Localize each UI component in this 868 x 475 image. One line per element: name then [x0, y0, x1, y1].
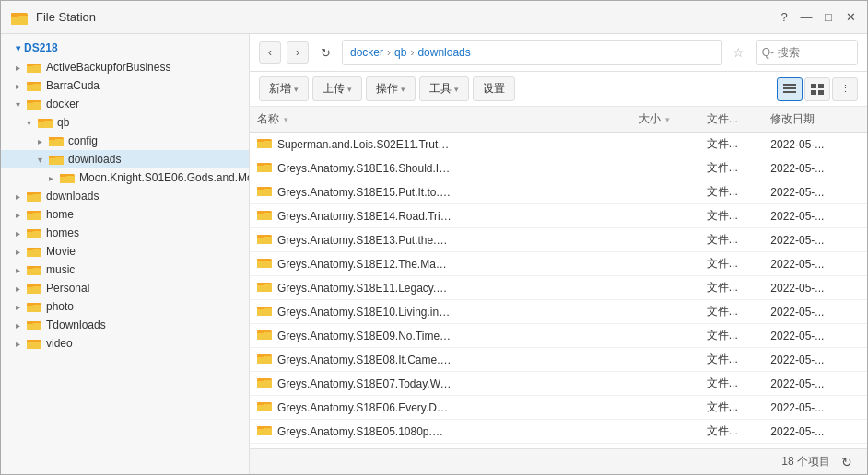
sidebar-root-ds218[interactable]: DS218 [1, 38, 249, 58]
path-downloads[interactable]: downloads [417, 46, 470, 59]
table-row[interactable]: Greys.Anatomy.S18E12.The.Makings.of.You.… [250, 252, 867, 276]
action-label: 操作 [376, 81, 398, 97]
table-row[interactable]: Greys.Anatomy.S18E16.Should.I.Stay.or.Sh… [250, 156, 867, 180]
file-name-cell: Greys.Anatomy.S18E13.Put.the.Squeeze.on.… [250, 228, 460, 251]
sort-arrow-size: ▾ [665, 115, 670, 124]
list-view-button[interactable] [777, 77, 803, 101]
svg-rect-40 [27, 286, 41, 294]
refresh-button[interactable]: ↻ [314, 41, 336, 64]
file-type-cell: 文件... [699, 228, 764, 252]
sidebar-label: downloads [46, 190, 99, 203]
svg-rect-63 [257, 163, 264, 166]
minimize-button[interactable]: — [799, 10, 814, 25]
col-header-type[interactable]: 文件... [699, 107, 764, 133]
sidebar-item-video[interactable]: ▸ video [1, 334, 249, 353]
table-row[interactable]: Greys.Anatomy.S18E09.No.Time.to.Die.1080… [250, 324, 867, 348]
sidebar-item-home[interactable]: ▸ home [1, 205, 249, 224]
sidebar-item-config[interactable]: ▸ config [1, 132, 249, 150]
file-name: Greys.Anatomy.S18E05.1080p.WEB.H264-PECU… [277, 425, 452, 438]
file-size-cell [631, 180, 699, 204]
window-controls: ? — □ ✕ [777, 10, 858, 25]
svg-rect-86 [257, 356, 272, 364]
favorite-button[interactable]: ☆ [728, 41, 750, 64]
table-row[interactable]: Superman.and.Lois.S02E11.Truth.and.Conse… [250, 133, 867, 156]
sidebar-item-downloads-root[interactable]: ▸ downloads [1, 187, 249, 205]
file-name: Greys.Anatomy.S18E07.Today.Was.a.Fairyta… [277, 377, 452, 390]
table-row[interactable]: Greys.Anatomy.S18E06.Every.Day.Is.a.Holi… [250, 396, 867, 420]
sidebar-item-tdownloads[interactable]: ▸ Tdownloads [1, 316, 249, 334]
col-header-size[interactable]: 大小 ▾ [631, 107, 699, 133]
table-row[interactable]: Greys.Anatomy.S18E13.Put.the.Squeeze.on.… [250, 228, 867, 252]
file-date-cell: 2022-05-... [763, 133, 867, 156]
table-row[interactable]: Greys.Anatomy.S18E08.It.Came.Upon.a.Midn… [250, 348, 867, 372]
sidebar-item-movie[interactable]: ▸ Movie [1, 242, 249, 261]
folder-icon [60, 171, 75, 184]
file-name-cell: Greys.Anatomy.S18E11.Legacy.1080p.AMZN.W… [250, 276, 460, 299]
help-button[interactable]: ? [777, 10, 792, 25]
refresh-status-button[interactable]: ↻ [838, 453, 856, 471]
svg-rect-80 [257, 308, 272, 316]
file-name-cell: Greys.Anatomy.S18E08.It.Came.Upon.a.Midn… [250, 348, 460, 371]
path-docker[interactable]: docker [350, 46, 383, 59]
sidebar-item-music[interactable]: ▸ music [1, 261, 249, 279]
tools-button[interactable]: 工具 ▾ [419, 76, 469, 101]
folder-icon [257, 304, 272, 319]
table-row[interactable]: Greys.Anatomy.S18E07.Today.Was.a.Fairyta… [250, 372, 867, 396]
title-bar: File Station ? — □ ✕ [1, 1, 867, 34]
settings-button[interactable]: 设置 [473, 76, 515, 101]
sidebar-item-personal[interactable]: ▸ Personal [1, 279, 249, 297]
sidebar-item-moon-knight[interactable]: ▸ Moon.Knight.S01E06.Gods.and.Mo [1, 168, 249, 187]
sidebar-item-barra-cuda[interactable]: ▸ BarraCuda [1, 76, 249, 95]
search-box: Q- [756, 40, 858, 65]
sidebar-item-qb[interactable]: ▾ qb [1, 113, 249, 132]
svg-rect-19 [49, 157, 64, 165]
file-date-cell: 2022-05-... [763, 420, 867, 444]
item-count: 18 个项目 [781, 454, 830, 469]
file-date-cell: 2022-05-... [763, 180, 867, 204]
action-button[interactable]: 操作 ▾ [366, 76, 416, 101]
sidebar-label: Tdownloads [46, 319, 106, 331]
svg-rect-46 [27, 323, 41, 330]
col-header-date[interactable]: 修改日期 [763, 107, 867, 133]
maximize-button[interactable]: □ [821, 10, 836, 25]
file-date-cell: 2022-05-... [763, 204, 867, 228]
table-row[interactable]: Greys.Anatomy.S18E14.Road.Trippin.1080p.… [250, 204, 867, 228]
file-name: Superman.and.Lois.S02E11.Truth.and.Conse… [277, 138, 452, 151]
file-date-cell: 2022-05-... [763, 228, 867, 252]
sidebar-item-homes[interactable]: ▸ homes [1, 224, 249, 242]
sidebar-item-active-backup[interactable]: ▸ ActiveBackupforBusiness [1, 58, 249, 76]
path-qb[interactable]: qb [394, 46, 406, 59]
back-button[interactable]: ‹ [259, 41, 281, 64]
grid-view-button[interactable] [804, 77, 830, 101]
folder-icon [27, 263, 41, 276]
svg-rect-57 [818, 90, 824, 95]
sidebar-item-docker[interactable]: ▾ docker [1, 95, 249, 113]
sidebar: DS218 ▸ ActiveBackupforBusiness ▸ BarraC… [1, 34, 250, 474]
new-button[interactable]: 新增 ▾ [259, 76, 309, 101]
table-row[interactable]: Greys.Anatomy.S18E10.Living.in.a.House.D… [250, 300, 867, 324]
address-bar: ‹ › ↻ docker › qb › downloads ☆ Q- [250, 34, 867, 72]
expand-arrow: ▾ [38, 155, 49, 165]
file-type-cell: 文件... [699, 276, 764, 300]
sidebar-label: BarraCuda [46, 79, 100, 92]
file-type-cell: 文件... [699, 133, 764, 156]
sidebar-label: ActiveBackupforBusiness [46, 61, 170, 74]
close-button[interactable]: ✕ [843, 10, 858, 25]
col-header-name[interactable]: 名称 ▾ [250, 107, 631, 133]
file-table: 名称 ▾ 大小 ▾ 文件... 修改日期 Superman.and.Lois.S… [250, 107, 867, 448]
more-view-button[interactable]: ⋮ [832, 77, 858, 101]
file-size-cell [631, 204, 699, 228]
table-row[interactable]: Greys.Anatomy.S18E11.Legacy.1080p.AMZN.W… [250, 276, 867, 300]
upload-button[interactable]: 上传 ▾ [312, 76, 362, 101]
table-row[interactable]: Greys.Anatomy.S18E05.1080p.WEB.H264-PECU… [250, 420, 867, 444]
table-row[interactable]: Greys.Anatomy.S18E15.Put.It.to.the.Test.… [250, 180, 867, 204]
svg-rect-43 [27, 305, 41, 312]
new-label: 新增 [269, 81, 291, 97]
sidebar-item-downloads[interactable]: ▾ downloads [1, 150, 249, 168]
forward-button[interactable]: › [287, 41, 309, 64]
folder-icon [257, 208, 272, 224]
search-input[interactable] [778, 46, 851, 59]
file-date-cell: 2022-05-... [763, 396, 867, 420]
svg-rect-75 [257, 259, 264, 261]
sidebar-item-photo[interactable]: ▸ photo [1, 297, 249, 316]
